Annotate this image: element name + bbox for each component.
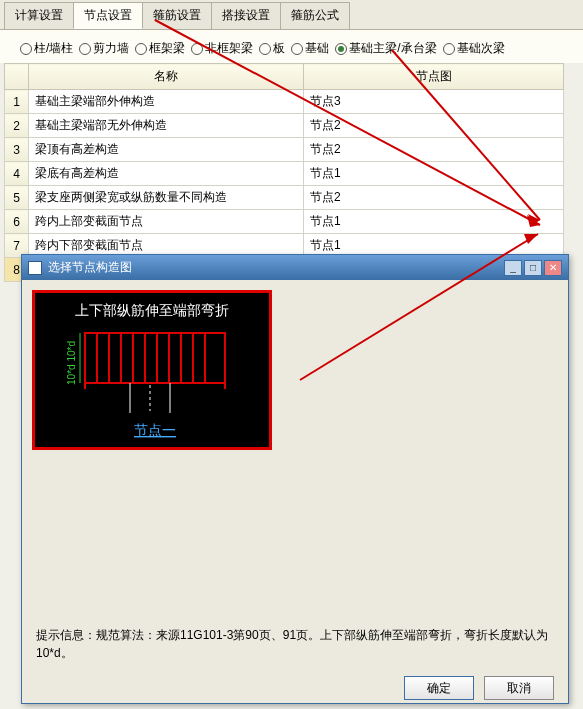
minimize-button[interactable]: _ (504, 260, 522, 276)
row-node-value: 节点1 (310, 238, 341, 252)
radio-label: 非框架梁 (205, 40, 253, 57)
tab-node-settings[interactable]: 节点设置 (73, 2, 143, 29)
row-number: 6 (5, 210, 29, 234)
row-number: 4 (5, 162, 29, 186)
row-name: 基础主梁端部外伸构造 (29, 90, 304, 114)
row-number: 1 (5, 90, 29, 114)
row-name: 基础主梁端部无外伸构造 (29, 114, 304, 138)
row-node-cell[interactable]: 节点1 (304, 210, 564, 234)
row-node-value: 节点2 (310, 118, 341, 132)
row-node-cell[interactable]: 节点2 (304, 114, 564, 138)
row-number: 5 (5, 186, 29, 210)
radio-7[interactable]: 基础次梁 (443, 40, 505, 57)
row-node-cell[interactable]: 节点2 (304, 186, 564, 210)
radio-2[interactable]: 框架梁 (135, 40, 185, 57)
tab-stirrup-settings[interactable]: 箍筋设置 (142, 2, 212, 29)
row-node-cell[interactable]: 节点2 (304, 138, 564, 162)
radio-3[interactable]: 非框架梁 (191, 40, 253, 57)
row-node-cell[interactable]: 节点1 (304, 162, 564, 186)
diagram-title-text: 上下部纵筋伸至端部弯折 (75, 302, 229, 318)
dialog-body: 上下部纵筋伸至端部弯折 (22, 280, 568, 620)
radio-6[interactable]: 基础主梁/承台梁 (335, 40, 436, 57)
cancel-button[interactable]: 取消 (484, 676, 554, 700)
radio-4[interactable]: 板 (259, 40, 285, 57)
col-node: 节点图 (304, 64, 564, 90)
radio-label: 柱/墙柱 (34, 40, 73, 57)
maximize-button[interactable]: □ (524, 260, 542, 276)
row-name: 梁底有高差构造 (29, 162, 304, 186)
row-number: 2 (5, 114, 29, 138)
radio-label: 基础 (305, 40, 329, 57)
dialog-title-text: 选择节点构造图 (48, 259, 132, 276)
row-node-value: 节点2 (310, 190, 341, 204)
node-table: 名称 节点图 1基础主梁端部外伸构造节点32基础主梁端部无外伸构造节点23梁顶有… (4, 63, 564, 282)
row-node-value: 节点1 (310, 214, 341, 228)
close-button[interactable]: ✕ (544, 260, 562, 276)
radio-1[interactable]: 剪力墙 (79, 40, 129, 57)
table-row[interactable]: 4梁底有高差构造节点1 (5, 162, 564, 186)
select-node-diagram-dialog: 选择节点构造图 _ □ ✕ 上下部纵筋伸至端部弯折 (21, 254, 569, 704)
table-row[interactable]: 6跨内上部变截面节点节点1 (5, 210, 564, 234)
row-node-value: 节点3 (310, 94, 341, 108)
radio-label: 框架梁 (149, 40, 185, 57)
tab-stirrup-formula[interactable]: 箍筋公式 (280, 2, 350, 29)
radio-icon (135, 43, 147, 55)
tab-bar: 计算设置 节点设置 箍筋设置 搭接设置 箍筋公式 (0, 0, 583, 30)
svg-text:节点一: 节点一 (134, 422, 176, 438)
radio-label: 板 (273, 40, 285, 57)
row-name: 梁顶有高差构造 (29, 138, 304, 162)
radio-icon (291, 43, 303, 55)
table-row[interactable]: 5梁支座两侧梁宽或纵筋数量不同构造节点2 (5, 186, 564, 210)
radio-0[interactable]: 柱/墙柱 (20, 40, 73, 57)
row-node-value: 节点1 (310, 166, 341, 180)
tab-calc-settings[interactable]: 计算设置 (4, 2, 74, 29)
tab-splice-settings[interactable]: 搭接设置 (211, 2, 281, 29)
radio-icon (79, 43, 91, 55)
radio-5[interactable]: 基础 (291, 40, 329, 57)
row-name: 跨内上部变截面节点 (29, 210, 304, 234)
row-name: 梁支座两侧梁宽或纵筋数量不同构造 (29, 186, 304, 210)
row-number: 3 (5, 138, 29, 162)
col-rownum (5, 64, 29, 90)
app-icon (28, 261, 42, 275)
ok-button[interactable]: 确定 (404, 676, 474, 700)
radio-icon (443, 43, 455, 55)
radio-icon (191, 43, 203, 55)
radio-label: 剪力墙 (93, 40, 129, 57)
radio-icon (335, 43, 347, 55)
dialog-titlebar[interactable]: 选择节点构造图 _ □ ✕ (22, 255, 568, 280)
component-filter-row: 柱/墙柱剪力墙框架梁非框架梁板基础基础主梁/承台梁基础次梁 (0, 30, 583, 63)
row-node-value: 节点2 (310, 142, 341, 156)
table-row[interactable]: 3梁顶有高差构造节点2 (5, 138, 564, 162)
col-name: 名称 (29, 64, 304, 90)
svg-text:10*d 10*d: 10*d 10*d (66, 341, 77, 385)
node-diagram-thumbnail[interactable]: 上下部纵筋伸至端部弯折 (32, 290, 272, 450)
row-node-cell[interactable]: 节点3 (304, 90, 564, 114)
radio-icon (259, 43, 271, 55)
radio-icon (20, 43, 32, 55)
table-row[interactable]: 2基础主梁端部无外伸构造节点2 (5, 114, 564, 138)
dialog-hint-text: 提示信息：规范算法：来源11G101-3第90页、91页。上下部纵筋伸至端部弯折… (22, 620, 568, 668)
radio-label: 基础主梁/承台梁 (349, 40, 436, 57)
radio-label: 基础次梁 (457, 40, 505, 57)
table-row[interactable]: 1基础主梁端部外伸构造节点3 (5, 90, 564, 114)
